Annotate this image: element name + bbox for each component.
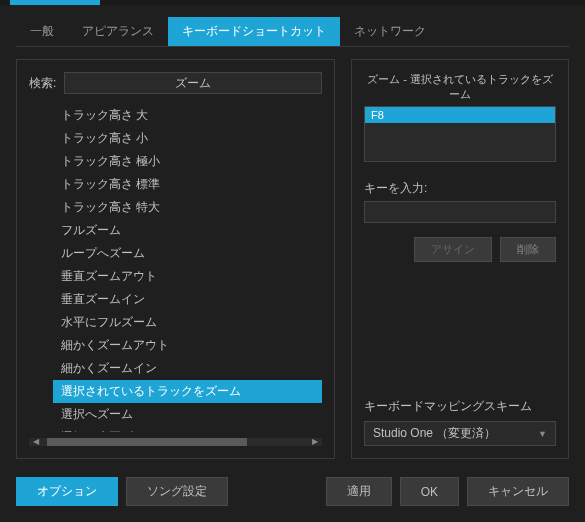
tab-keyboard-shortcuts[interactable]: キーボードショートカット bbox=[168, 17, 340, 46]
list-item[interactable]: 垂直ズームアウト bbox=[53, 265, 322, 288]
list-item[interactable]: トラック高さ 標準 bbox=[53, 173, 322, 196]
tab-appearance[interactable]: アピアランス bbox=[68, 17, 168, 46]
search-label: 検索: bbox=[29, 75, 56, 92]
tabs-bar: 一般 アピアランス キーボードショートカット ネットワーク bbox=[16, 17, 569, 47]
list-item[interactable]: トラック高さ 特大 bbox=[53, 196, 322, 219]
ok-button[interactable]: OK bbox=[400, 477, 459, 506]
key-input-label: キーを入力: bbox=[364, 180, 556, 197]
horizontal-scrollbar[interactable]: ◀ ▶ bbox=[29, 438, 322, 446]
list-item[interactable]: トラック高さ 小 bbox=[53, 127, 322, 150]
shortcut-detail-panel: ズーム - 選択されているトラックをズーム F8 キーを入力: アサイン 削除 … bbox=[351, 59, 569, 459]
scroll-left-icon[interactable]: ◀ bbox=[31, 438, 41, 446]
tab-network[interactable]: ネットワーク bbox=[340, 17, 440, 46]
scheme-select[interactable]: Studio One （変更済） ▼ bbox=[364, 421, 556, 446]
scroll-right-icon[interactable]: ▶ bbox=[310, 438, 320, 446]
options-button[interactable]: オプション bbox=[16, 477, 118, 506]
assign-button[interactable]: アサイン bbox=[414, 237, 492, 262]
list-item[interactable]: 選択へズーム bbox=[53, 403, 322, 426]
scheme-value: Studio One （変更済） bbox=[373, 425, 496, 442]
command-list: トラック高さ 大トラック高さ 小トラック高さ 極小トラック高さ 標準トラック高さ… bbox=[29, 104, 322, 432]
chevron-down-icon: ▼ bbox=[538, 429, 547, 439]
list-item[interactable]: フルズーム bbox=[53, 219, 322, 242]
apply-button[interactable]: 適用 bbox=[326, 477, 392, 506]
tab-general[interactable]: 一般 bbox=[16, 17, 68, 46]
assigned-key-item[interactable]: F8 bbox=[365, 107, 555, 123]
list-item[interactable]: 選択されているトラックをズーム bbox=[53, 380, 322, 403]
list-item[interactable]: トラック高さ 極小 bbox=[53, 150, 322, 173]
list-item[interactable]: 細かくズームアウト bbox=[53, 334, 322, 357]
delete-button[interactable]: 削除 bbox=[500, 237, 556, 262]
list-item[interactable]: 細かくズームイン bbox=[53, 357, 322, 380]
key-input[interactable] bbox=[364, 201, 556, 223]
cancel-button[interactable]: キャンセル bbox=[467, 477, 569, 506]
list-item[interactable]: 選択へ水平ズーム bbox=[53, 426, 322, 432]
command-title: ズーム - 選択されているトラックをズーム bbox=[364, 72, 556, 102]
search-input[interactable] bbox=[64, 72, 322, 94]
assigned-shortcuts-box[interactable]: F8 bbox=[364, 106, 556, 162]
commands-panel: 検索: トラック高さ 大トラック高さ 小トラック高さ 極小トラック高さ 標準トラ… bbox=[16, 59, 335, 459]
scheme-label: キーボードマッピングスキーム bbox=[364, 398, 556, 415]
list-item[interactable]: 垂直ズームイン bbox=[53, 288, 322, 311]
list-item[interactable]: 水平にフルズーム bbox=[53, 311, 322, 334]
list-item[interactable]: ループへズーム bbox=[53, 242, 322, 265]
list-item[interactable]: トラック高さ 大 bbox=[53, 104, 322, 127]
scroll-thumb[interactable] bbox=[47, 438, 247, 446]
song-setup-button[interactable]: ソング設定 bbox=[126, 477, 228, 506]
